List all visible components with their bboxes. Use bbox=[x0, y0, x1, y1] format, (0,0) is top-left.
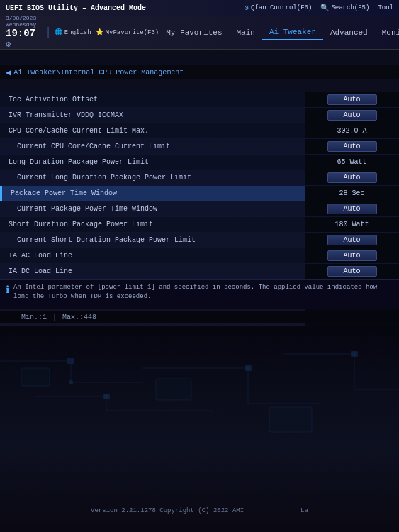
min-label: Min.:1 bbox=[21, 314, 47, 321]
search-label: Search(F5) bbox=[331, 4, 369, 11]
nav-advanced[interactable]: Advanced bbox=[323, 26, 375, 40]
search-button[interactable]: 🔍 Search(F5) bbox=[320, 4, 369, 12]
nav-myfavorites[interactable]: My Favorites bbox=[159, 26, 229, 40]
value-btn-10[interactable]: Auto bbox=[327, 250, 377, 261]
svg-point-21 bbox=[246, 366, 250, 370]
value-row-5: Auto bbox=[305, 170, 399, 186]
header-nav: My Favorites Main Ai Tweaker Advanced Mo… bbox=[159, 25, 399, 40]
value-row-7: Auto bbox=[305, 201, 399, 217]
info-bar: ℹ An Intel parameter of [power limit 1] … bbox=[0, 279, 399, 309]
max-label: Max.:448 bbox=[62, 314, 96, 321]
gear-icon[interactable]: ⚙ bbox=[6, 40, 11, 50]
value-row-2: 302.0 A bbox=[305, 123, 399, 139]
setting-label-0: Tcc Activation Offset bbox=[9, 96, 296, 104]
setting-label-7: Current Package Power Time Window bbox=[17, 205, 296, 213]
setting-label-8: Short Duration Package Power Limit bbox=[9, 221, 296, 228]
setting-row-1[interactable]: IVR Transmitter VDDQ ICCMAX bbox=[0, 108, 305, 123]
version-bar: Version 2.21.1278 Copyright (C) 2022 AMI… bbox=[0, 504, 399, 518]
setting-row-2[interactable]: CPU Core/Cache Current Limit Max. bbox=[0, 123, 305, 139]
svg-rect-16 bbox=[21, 368, 50, 386]
version-text: Version 2.21.1278 Copyright (C) 2022 AMI bbox=[91, 507, 244, 514]
date-display: 3/08/2023 bbox=[6, 15, 36, 21]
value-text-8: 180 Watt bbox=[335, 221, 369, 228]
value-text-2: 302.0 A bbox=[337, 127, 366, 135]
setting-row-8[interactable]: Short Duration Package Power Limit bbox=[0, 217, 305, 233]
back-button[interactable]: ◀ bbox=[6, 67, 11, 78]
nav-ai-tweaker[interactable]: Ai Tweaker bbox=[262, 25, 323, 40]
nav-main[interactable]: Main bbox=[229, 26, 262, 40]
myfav-label: MyFavorite(F3) bbox=[106, 29, 159, 36]
top-bar: UEFI BIOS Utility – Advanced Mode ⚙ Qfan… bbox=[0, 0, 399, 16]
svg-rect-12 bbox=[67, 358, 74, 364]
value-btn-3[interactable]: Auto bbox=[327, 141, 377, 152]
star-icon: ⭐ bbox=[96, 28, 103, 36]
svg-point-19 bbox=[69, 380, 73, 384]
value-btn-7[interactable]: Auto bbox=[327, 204, 377, 214]
info-icon: ℹ bbox=[6, 284, 9, 296]
breadcrumb: Ai Tweaker\Internal CPU Power Management bbox=[13, 69, 184, 77]
svg-point-22 bbox=[352, 352, 356, 356]
value-btn-9[interactable]: Auto bbox=[327, 235, 377, 245]
language-selector[interactable]: 🌐 English bbox=[55, 28, 91, 36]
setting-label-5: Current Long Duration Package Power Limi… bbox=[17, 174, 296, 182]
setting-label-10: IA AC Load Line bbox=[9, 252, 296, 260]
header: 3/08/2023 Wednesday 19:07 ⚙ | 🌐 English … bbox=[0, 16, 399, 50]
qfan-label: Qfan Control(F6) bbox=[251, 4, 312, 11]
value-row-9: Auto bbox=[305, 233, 399, 248]
setting-row-3[interactable]: Current CPU Core/Cache Current Limit bbox=[0, 139, 305, 155]
setting-row-5[interactable]: Current Long Duration Package Power Limi… bbox=[0, 170, 305, 186]
value-btn-5[interactable]: Auto bbox=[327, 172, 377, 183]
value-row-0: Auto bbox=[305, 92, 399, 108]
day-display: Wednesday bbox=[6, 21, 36, 28]
value-row-1: Auto bbox=[305, 108, 399, 123]
value-btn-0[interactable]: Auto bbox=[327, 94, 377, 105]
motherboard-decoration: Version 2.21.1278 Copyright (C) 2022 AMI… bbox=[0, 326, 399, 532]
setting-label-4: Long Duration Package Power Limit bbox=[9, 158, 296, 166]
value-row-3: Auto bbox=[305, 139, 399, 155]
globe-icon: 🌐 bbox=[55, 28, 62, 36]
value-row-10: Auto bbox=[305, 248, 399, 264]
svg-rect-17 bbox=[156, 379, 191, 400]
setting-row-9[interactable]: Current Short Duration Package Power Lim… bbox=[0, 233, 305, 248]
la-text: La bbox=[300, 507, 308, 514]
language-label: English bbox=[64, 29, 91, 36]
svg-rect-18 bbox=[269, 407, 312, 432]
breadcrumb-bar: ◀ Ai Tweaker\Internal CPU Power Manageme… bbox=[0, 65, 399, 79]
circuit-decoration bbox=[0, 340, 399, 453]
setting-label-6: Package Power Time Window bbox=[11, 189, 296, 197]
setting-row-6[interactable]: Package Power Time Window bbox=[0, 186, 305, 201]
value-row-4: 65 Watt bbox=[305, 155, 399, 170]
value-text-6: 28 Sec bbox=[339, 189, 364, 197]
datetime-display: 3/08/2023 Wednesday 19:07 ⚙ bbox=[6, 15, 36, 50]
qfan-button[interactable]: ⚙ Qfan Control(F6) bbox=[245, 4, 312, 12]
setting-row-7[interactable]: Current Package Power Time Window bbox=[0, 201, 305, 217]
time-display: 19:07 bbox=[6, 28, 36, 39]
bios-mode-label: UEFI BIOS Utility – Advanced Mode bbox=[6, 4, 146, 12]
setting-row-11[interactable]: IA DC Load Line bbox=[0, 264, 305, 279]
value-row-6: 28 Sec bbox=[305, 186, 399, 201]
setting-label-9: Current Short Duration Package Power Lim… bbox=[17, 236, 296, 244]
value-btn-11[interactable]: Auto bbox=[327, 266, 377, 277]
minmax-bar: Min.:1 | Max.:448 bbox=[0, 311, 399, 323]
svg-point-20 bbox=[104, 394, 108, 399]
value-btn-1[interactable]: Auto bbox=[327, 110, 377, 121]
value-text-4: 65 Watt bbox=[337, 158, 366, 166]
info-text: An Intel parameter of [power limit 1] an… bbox=[13, 283, 393, 301]
minmax-separator: | bbox=[52, 314, 57, 321]
setting-row-10[interactable]: IA AC Load Line bbox=[0, 248, 305, 264]
tool-label: Tool bbox=[378, 4, 393, 11]
setting-row-0[interactable]: Tcc Activation Offset bbox=[0, 92, 305, 108]
nav-monitor[interactable]: Monitor bbox=[375, 26, 399, 40]
search-icon: 🔍 bbox=[320, 4, 329, 12]
setting-label-2: CPU Core/Cache Current Limit Max. bbox=[9, 127, 296, 135]
qfan-icon: ⚙ bbox=[245, 4, 249, 12]
myfavorite-button[interactable]: ⭐ MyFavorite(F3) bbox=[96, 28, 159, 36]
setting-row-4[interactable]: Long Duration Package Power Limit bbox=[0, 155, 305, 170]
setting-label-11: IA DC Load Line bbox=[9, 267, 296, 275]
tool-button[interactable]: Tool bbox=[378, 4, 393, 11]
setting-label-1: IVR Transmitter VDDQ ICCMAX bbox=[9, 111, 296, 119]
setting-label-3: Current CPU Core/Cache Current Limit bbox=[17, 143, 296, 150]
value-row-8: 180 Watt bbox=[305, 217, 399, 233]
value-row-11: Auto bbox=[305, 264, 399, 279]
top-bar-right: ⚙ Qfan Control(F6) 🔍 Search(F5) Tool bbox=[245, 4, 393, 12]
